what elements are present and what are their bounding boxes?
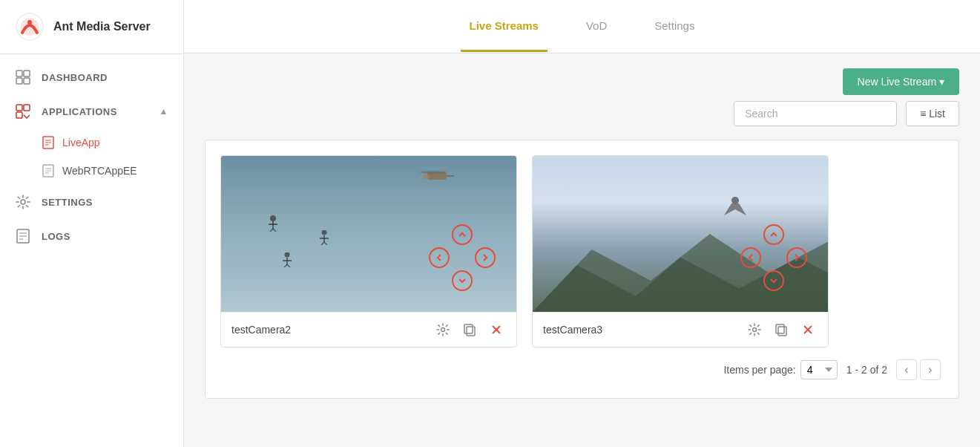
stream-copy-button-1[interactable] (460, 320, 479, 339)
tab-settings[interactable]: Settings (645, 1, 703, 52)
sidebar-logo: Ant Media Server (0, 0, 183, 54)
svg-rect-43 (467, 327, 475, 336)
svg-rect-6 (24, 78, 30, 84)
svg-rect-5 (16, 78, 22, 84)
svg-line-31 (273, 229, 276, 232)
main-content: Live Streams VoD Settings New Live Strea… (184, 0, 980, 447)
tab-live-streams[interactable]: Live Streams (461, 1, 547, 52)
svg-rect-8 (24, 105, 30, 111)
svg-point-27 (270, 215, 276, 221)
stream-actions-1 (433, 320, 506, 339)
applications-label: APPLICATIONS (42, 106, 117, 117)
sidebar-item-settings[interactable]: SETTINGS (0, 185, 183, 219)
svg-rect-52 (776, 324, 784, 333)
sidebar-item-webrtcappee[interactable]: WebRTCAppEE (0, 157, 183, 185)
sidebar-item-applications[interactable]: APPLICATIONS ▲ (0, 94, 183, 128)
skydiver-1 (266, 215, 280, 232)
svg-line-30 (270, 229, 273, 232)
search-input[interactable] (734, 101, 897, 126)
items-per-page-group: Items per page: 4 8 12 16 (723, 360, 837, 379)
stream-copy-button-2[interactable] (772, 320, 791, 339)
ant-media-logo-icon (15, 12, 45, 42)
sidebar: Ant Media Server DASHBOARD APPLICATIONS … (0, 0, 184, 447)
stream-name-2: testCamera3 (543, 324, 745, 336)
ptz-left-2[interactable] (740, 247, 761, 268)
skydiver-2 (318, 230, 331, 245)
svg-point-37 (285, 252, 290, 258)
items-per-page-label: Items per page: (723, 364, 795, 376)
svg-line-36 (324, 242, 327, 245)
dashboard-label: DASHBOARD (42, 72, 108, 83)
sidebar-item-liveapp[interactable]: LiveApp (0, 128, 183, 157)
stream-delete-button-2[interactable] (798, 320, 818, 339)
ptz-up-2[interactable] (763, 224, 784, 245)
helicopter-icon (420, 163, 457, 186)
stream-settings-button-1[interactable] (433, 320, 453, 339)
logs-icon (15, 228, 31, 244)
stream-card-2: testCamera3 (532, 155, 829, 348)
svg-line-40 (284, 264, 287, 267)
list-view-button[interactable]: ≡ List (906, 101, 959, 126)
per-page-select[interactable]: 4 8 12 16 (800, 360, 838, 379)
new-live-stream-button[interactable]: New Live Stream ▾ (843, 68, 959, 95)
toolbar: New Live Stream ▾ (205, 68, 959, 95)
ptz-controls-1 (429, 224, 496, 291)
svg-point-18 (21, 200, 25, 204)
svg-rect-3 (16, 71, 22, 76)
page-navigation: ‹ › (896, 359, 941, 380)
svg-rect-9 (16, 112, 22, 118)
ptz-up-1[interactable] (452, 224, 473, 245)
sidebar-item-logs[interactable]: LOGS (0, 219, 183, 253)
ptz-right-2[interactable] (786, 247, 807, 268)
ptz-down-2[interactable] (763, 270, 784, 291)
svg-rect-51 (778, 327, 786, 336)
expand-icon: ▲ (160, 106, 168, 117)
svg-point-2 (27, 20, 32, 25)
webrtcappee-file-icon (42, 164, 55, 177)
sidebar-item-dashboard[interactable]: DASHBOARD (0, 60, 183, 94)
apps-icon (15, 103, 31, 120)
stream-settings-button-2[interactable] (745, 320, 764, 339)
logs-label: LOGS (42, 231, 70, 242)
stream-thumbnail-2 (533, 156, 828, 312)
dashboard-icon (15, 69, 31, 85)
stream-footer-2: testCamera3 (533, 312, 828, 347)
ptz-down-1[interactable] (452, 270, 473, 291)
ptz-controls-2 (740, 224, 807, 291)
pagination-bar: Items per page: 4 8 12 16 1 - 2 of 2 ‹ › (220, 348, 944, 383)
sidebar-navigation: DASHBOARD APPLICATIONS ▲ LiveApp WebRT (0, 54, 183, 253)
webrtcappee-label: WebRTCAppEE (62, 165, 137, 177)
applications-sub-nav: LiveApp WebRTCAppEE (0, 128, 183, 185)
stream-actions-2 (745, 320, 818, 339)
svg-rect-25 (447, 175, 454, 177)
top-navigation: Live Streams VoD Settings (184, 0, 980, 53)
search-toolbar: ≡ List (205, 101, 959, 126)
svg-rect-4 (24, 71, 30, 76)
svg-line-41 (287, 264, 290, 267)
svg-rect-24 (423, 174, 429, 179)
stream-card-1: testCamera2 (220, 155, 517, 348)
page-range: 1 - 2 of 2 (846, 364, 887, 376)
app-name: Ant Media Server (53, 20, 151, 33)
stream-name-1: testCamera2 (231, 324, 433, 336)
ptz-left-1[interactable] (429, 247, 450, 268)
svg-line-35 (321, 242, 324, 245)
tab-vod[interactable]: VoD (577, 1, 616, 52)
svg-rect-44 (464, 324, 473, 333)
next-page-button[interactable]: › (920, 359, 941, 380)
liveapp-label: LiveApp (62, 137, 100, 149)
liveapp-file-icon (42, 136, 55, 149)
svg-point-42 (441, 328, 445, 332)
svg-point-26 (420, 171, 447, 174)
svg-point-49 (731, 197, 739, 204)
stream-delete-button-1[interactable] (487, 320, 506, 339)
settings-label: SETTINGS (42, 197, 93, 208)
prev-page-button[interactable]: ‹ (896, 359, 917, 380)
settings-icon (15, 194, 31, 210)
stream-footer-1: testCamera2 (221, 312, 516, 347)
svg-point-50 (753, 328, 757, 332)
svg-point-32 (322, 230, 327, 235)
streams-container: testCamera2 (205, 140, 959, 399)
ptz-right-1[interactable] (475, 247, 496, 268)
skydiver-3 (280, 252, 294, 267)
